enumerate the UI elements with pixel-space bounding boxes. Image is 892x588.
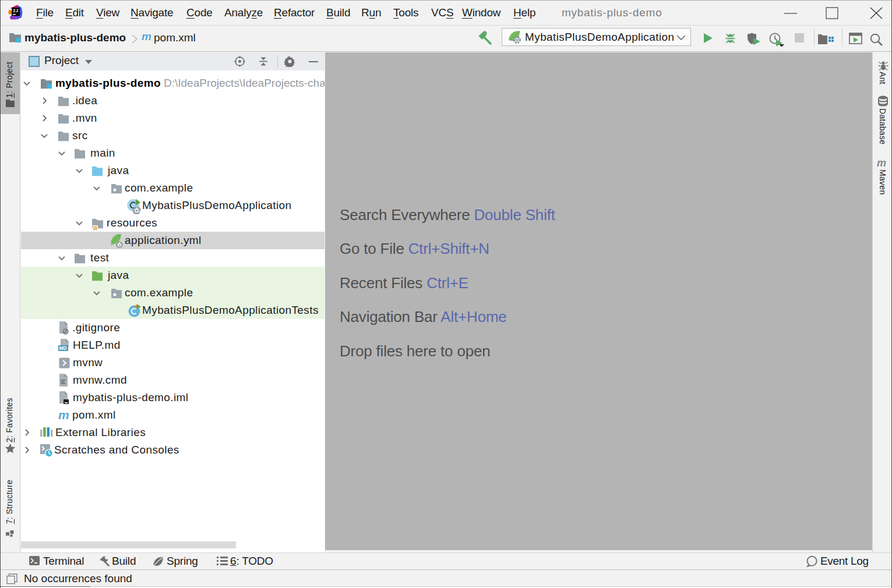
svg-text:IJ: IJ [13, 8, 19, 13]
svg-text:MD: MD [59, 345, 67, 351]
